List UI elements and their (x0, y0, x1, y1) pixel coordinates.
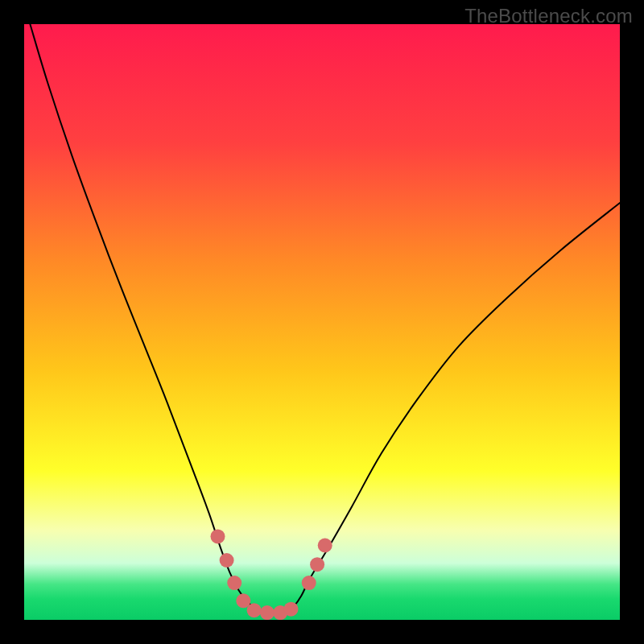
test-point (211, 529, 225, 543)
test-point (227, 576, 242, 590)
chart-frame: TheBottleneck.com (0, 0, 644, 644)
test-point (284, 602, 299, 617)
watermark-text: TheBottleneck.com (464, 5, 633, 27)
bottleneck-chart (24, 24, 620, 620)
test-point (318, 539, 332, 553)
plot-area (24, 24, 620, 620)
test-point (310, 557, 324, 572)
test-point (302, 576, 316, 590)
gradient-background (24, 24, 620, 620)
test-point (247, 603, 262, 617)
test-point (260, 605, 275, 620)
test-point (220, 553, 234, 568)
